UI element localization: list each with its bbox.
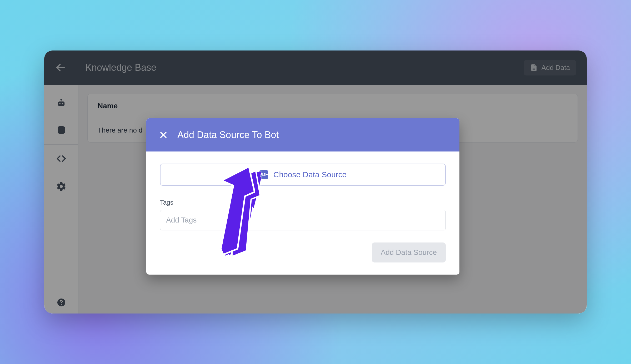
app-window: Knowledge Base Add Data: [44, 50, 587, 314]
choose-data-source-button[interactable]: PDF Choose Data Source: [160, 164, 446, 186]
close-icon: [159, 130, 168, 139]
pdf-icon: PDF: [259, 170, 268, 179]
submit-label: Add Data Source: [381, 248, 437, 256]
tags-placeholder: Add Tags: [166, 216, 197, 224]
modal-footer: Add Data Source: [160, 242, 446, 262]
choose-data-source-label: Choose Data Source: [273, 170, 347, 179]
modal-body: PDF Choose Data Source Tags Add Tags Add…: [146, 151, 459, 275]
modal-header: Add Data Source To Bot: [146, 118, 459, 151]
add-data-source-submit[interactable]: Add Data Source: [372, 242, 446, 262]
add-data-source-modal: Add Data Source To Bot PDF Choose Data S…: [146, 118, 459, 275]
tags-label: Tags: [160, 199, 446, 206]
modal-title: Add Data Source To Bot: [177, 129, 279, 140]
tags-input[interactable]: Add Tags: [160, 210, 446, 230]
modal-close-button[interactable]: [159, 130, 168, 139]
